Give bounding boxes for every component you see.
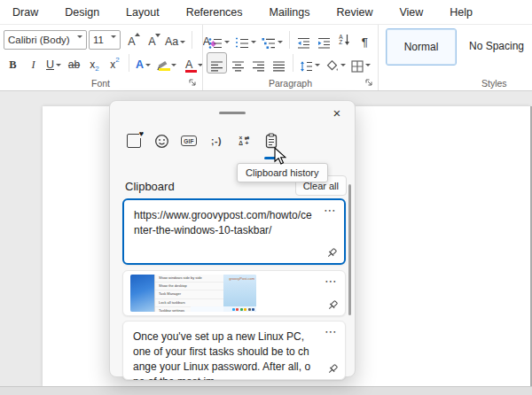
pin-icon[interactable] (326, 363, 339, 376)
numbered-list-icon (235, 37, 249, 50)
separator (293, 54, 293, 72)
drag-handle[interactable] (219, 112, 246, 114)
bullet-list-button[interactable] (207, 30, 231, 50)
styles-group: Normal No Spacing Styles (378, 25, 532, 90)
close-button[interactable]: × (328, 105, 346, 122)
more-options-button[interactable]: ⋯ (324, 204, 336, 216)
decrease-indent-button[interactable] (294, 30, 313, 50)
screenshot-thumbnail: Show windows side by side Show the deskt… (130, 275, 256, 312)
clipboard-item-image[interactable]: Show windows side by side Show the deskt… (122, 270, 346, 316)
tooltip: Clipboard history (237, 163, 328, 182)
chevron-down-icon (111, 35, 116, 38)
increase-indent-icon (317, 37, 331, 50)
font-dialog-launcher[interactable] (188, 78, 197, 87)
change-case-button[interactable]: Aa (163, 30, 187, 50)
pin-icon[interactable] (326, 299, 339, 312)
font-name-combobox[interactable]: Calibri (Body) (4, 30, 87, 50)
clipboard-item-snippet[interactable]: Once you've set up a new Linux PC, one o… (122, 321, 346, 380)
shading-button[interactable] (324, 53, 348, 73)
justify-button[interactable] (270, 53, 288, 73)
tab-emoji[interactable] (151, 129, 172, 152)
font-size-combobox[interactable]: 11 (89, 30, 121, 50)
numbered-list-button[interactable] (233, 30, 258, 50)
paragraph-group-label: Paragraph (203, 78, 378, 89)
menu-layout[interactable]: Layout (126, 6, 160, 19)
caret-down-icon (155, 34, 160, 37)
arrow-down-icon (344, 34, 350, 46)
status-bar-edge (0, 386, 532, 395)
paint-bucket-icon (325, 60, 339, 73)
show-formatting-button[interactable]: ¶ (356, 30, 374, 50)
menu-help[interactable]: Help (450, 6, 473, 19)
chevron-down-icon (171, 64, 176, 66)
ribbon: Calibri (Body) 11 A A Aa (0, 25, 532, 91)
subscript-button[interactable]: x2 (85, 53, 104, 73)
tab-kaomoji[interactable]: ;-) (206, 129, 227, 152)
separator (192, 31, 192, 49)
font-group-label: Font (0, 78, 201, 89)
separator (129, 54, 129, 72)
kaomoji-icon: ;-) (211, 136, 222, 146)
text-effects-button[interactable]: A (134, 53, 153, 73)
decrease-indent-icon (297, 37, 310, 50)
pin-icon[interactable] (325, 247, 338, 259)
menu-references[interactable]: References (186, 6, 243, 19)
tab-symbols[interactable]: ×⇄ Δ+ (233, 129, 254, 152)
text-highlight-button[interactable] (154, 53, 179, 73)
menu-design[interactable]: Design (65, 6, 99, 19)
highlight-color-swatch (159, 68, 170, 72)
menu-draw[interactable]: Draw (12, 6, 38, 19)
smiley-icon (154, 134, 169, 149)
more-options-button[interactable]: ⋯ (325, 325, 337, 337)
clipboard-flyout: × ♥ GIF ;-) ×⇄ (109, 100, 356, 377)
multilevel-list-icon (262, 37, 276, 50)
paragraph-group: A Z ¶ (202, 25, 378, 90)
clipboard-item-url[interactable]: https://www.groovypost.com/howto/center-… (122, 198, 346, 265)
align-right-icon (252, 60, 265, 73)
tab-gif[interactable]: GIF (178, 129, 200, 152)
align-right-button[interactable] (249, 53, 268, 73)
clipboard-items-list: https://www.groovypost.com/howto/center-… (122, 198, 346, 385)
more-options-button[interactable]: ⋯ (325, 275, 337, 287)
line-spacing-button[interactable] (298, 53, 322, 73)
thumbnail-watermark: groovyPost.com (229, 276, 254, 281)
font-name-value: Calibri (Body) (8, 35, 70, 45)
chevron-down-icon (278, 41, 283, 43)
menu-view[interactable]: View (399, 6, 423, 19)
increase-indent-button[interactable] (315, 30, 333, 50)
align-center-button[interactable] (229, 53, 247, 73)
justify-icon (272, 60, 286, 73)
shrink-font-button[interactable]: A (143, 30, 161, 50)
italic-button[interactable]: I (24, 53, 43, 73)
underline-button[interactable]: U (44, 53, 63, 73)
chevron-down-icon (224, 41, 230, 43)
grow-font-button[interactable]: A (122, 30, 141, 50)
superscript-button[interactable]: x2 (106, 53, 124, 73)
thumbnail-wallpaper (130, 275, 154, 312)
menu-mailings[interactable]: Mailings (270, 6, 310, 19)
borders-button[interactable] (349, 53, 372, 73)
line-spacing-icon (300, 60, 313, 73)
font-size-value: 11 (93, 35, 104, 45)
word-window: Draw Design Layout References Mailings R… (0, 0, 532, 395)
symbols-icon: ×⇄ Δ+ (238, 136, 250, 147)
sort-button[interactable]: A Z (335, 30, 354, 50)
style-no-spacing[interactable]: No Spacing (462, 28, 531, 64)
multilevel-list-button[interactable] (260, 30, 285, 50)
gif-icon: GIF (181, 136, 197, 146)
menu-bar: Draw Design Layout References Mailings R… (0, 0, 532, 25)
styles-group-label: Styles (379, 78, 532, 89)
caret-up-icon (135, 33, 140, 36)
clipboard-heart-icon: ♥ (127, 134, 141, 148)
paragraph-dialog-launcher[interactable] (364, 78, 373, 87)
strikethrough-button[interactable]: ab (65, 53, 83, 73)
style-normal[interactable]: Normal (386, 28, 457, 66)
align-left-button[interactable] (207, 52, 227, 74)
font-color-swatch (185, 70, 197, 74)
clipboard-section-title: Clipboard (125, 180, 175, 193)
chevron-down-icon (315, 64, 320, 66)
bold-button[interactable]: B (4, 53, 22, 73)
tab-recently-used[interactable]: ♥ (123, 129, 145, 152)
flyout-scrollbar[interactable] (348, 184, 351, 315)
menu-review[interactable]: Review (336, 6, 372, 19)
